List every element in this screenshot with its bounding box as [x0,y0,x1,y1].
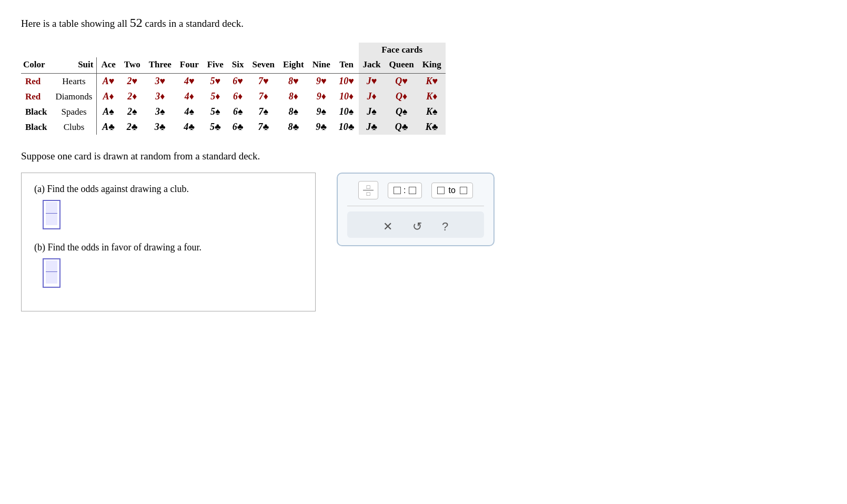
fraction-button[interactable]: □ □ [358,181,378,199]
card-cell-0-0: A♥ [97,74,120,89]
undo-icon: ↺ [412,220,422,233]
color-cell-3: Black [21,119,52,135]
card-cell-2-9: 10♠ [335,104,359,119]
card-cell-3-3: 4♣ [176,119,203,135]
card-cell-3-9: 10♣ [335,119,359,135]
card-cell-3-0: A♣ [97,119,120,135]
card-table: Face cards Color Suit Ace Two Three Four… [21,43,446,135]
card-cell-2-3: 4♠ [176,104,203,119]
to-square-right [460,187,467,194]
card-cell-1-0: A♦ [97,89,120,104]
two-header: Two [120,57,145,74]
ratio-square-right [409,187,416,194]
card-cell-1-9: 10♦ [335,89,359,104]
fraction-input-b[interactable] [43,258,60,288]
help-button[interactable]: ? [437,217,453,237]
toolbar-box: □ □ : to ✕ ↺ [337,173,495,246]
card-table-wrapper: Face cards Color Suit Ace Two Three Four… [21,43,826,135]
card-cell-0-10: J♥ [359,74,385,89]
card-cell-2-8: 9♠ [308,104,335,119]
card-cell-2-7: 8♠ [279,104,308,119]
card-cell-0-4: 5♥ [203,74,228,89]
clear-button[interactable]: ✕ [378,217,398,237]
fraction-icon-bottom: □ [363,190,374,197]
intro-text-part1: Here is a table showing all [21,18,130,29]
questions-box: (a) Find the odds against drawing a club… [21,173,316,311]
to-square-left [437,187,445,194]
intro-num: 52 [130,16,143,29]
king-header: King [418,57,446,74]
card-cell-2-6: 7♠ [248,104,279,119]
card-cell-3-12: K♣ [418,119,446,135]
ratio-colon-button[interactable]: : [388,183,421,198]
card-cell-2-12: K♠ [418,104,446,119]
suit-header: Suit [52,57,97,74]
card-cell-1-6: 7♦ [248,89,279,104]
to-label: to [449,186,456,195]
ratio-square-left [394,187,401,194]
card-cell-1-3: 4♦ [176,89,203,104]
card-cell-1-2: 3♦ [145,89,176,104]
three-header: Three [145,57,176,74]
question-a-label: (a) Find the odds against drawing a club… [34,184,302,195]
five-header: Five [203,57,228,74]
color-cell-2: Black [21,104,52,119]
nine-header: Nine [308,57,335,74]
toolbar-top-row: □ □ : to [347,181,484,206]
color-cell-1: Red [21,89,52,104]
card-cell-2-1: 2♠ [120,104,145,119]
card-cell-3-10: J♣ [359,119,385,135]
card-cell-3-6: 7♣ [248,119,279,135]
card-cell-3-2: 3♣ [145,119,176,135]
suit-cell-0: Hearts [52,74,97,89]
fraction-top-a[interactable] [46,202,57,214]
toolbar-bottom-row: ✕ ↺ ? [347,211,484,238]
main-layout: (a) Find the odds against drawing a club… [21,173,826,311]
undo-button[interactable]: ↺ [407,217,427,237]
card-row-spades: BlackSpadesA♠2♠3♠4♠5♠6♠7♠8♠9♠10♠J♠Q♠K♠ [21,104,446,119]
card-cell-2-4: 5♠ [203,104,228,119]
card-cell-0-5: 6♥ [228,74,248,89]
card-cell-2-5: 6♠ [228,104,248,119]
to-button[interactable]: to [431,183,473,198]
ten-header: Ten [335,57,359,74]
suit-cell-1: Diamonds [52,89,97,104]
card-cell-0-7: 8♥ [279,74,308,89]
question-a: (a) Find the odds against drawing a club… [34,184,302,229]
card-cell-0-9: 10♥ [335,74,359,89]
color-header: Color [21,57,52,74]
fraction-bottom-b[interactable] [46,272,57,284]
colon-symbol: : [404,186,406,195]
seven-header: Seven [248,57,279,74]
suppose-text: Suppose one card is drawn at random from… [21,150,826,162]
jack-header: Jack [359,57,385,74]
fraction-top-b[interactable] [46,260,57,272]
color-cell-0: Red [21,74,52,89]
card-cell-3-1: 2♣ [120,119,145,135]
card-cell-3-5: 6♣ [228,119,248,135]
intro-text: Here is a table showing all 52 cards in … [21,16,826,30]
fraction-icon-top: □ [363,184,374,190]
card-cell-1-4: 5♦ [203,89,228,104]
suit-cell-3: Clubs [52,119,97,135]
question-a-input-area [38,200,302,229]
eight-header: Eight [279,57,308,74]
queen-header: Queen [385,57,418,74]
card-row-hearts: RedHeartsA♥2♥3♥4♥5♥6♥7♥8♥9♥10♥J♥Q♥K♥ [21,74,446,89]
four-header: Four [176,57,203,74]
suit-cell-2: Spades [52,104,97,119]
card-cell-3-7: 8♣ [279,119,308,135]
card-cell-1-10: J♦ [359,89,385,104]
card-cell-3-8: 9♣ [308,119,335,135]
card-cell-1-7: 8♦ [279,89,308,104]
card-row-clubs: BlackClubsA♣2♣3♣4♣5♣6♣7♣8♣9♣10♣J♣Q♣K♣ [21,119,446,135]
empty-header-spacer [21,43,359,57]
card-cell-0-3: 4♥ [176,74,203,89]
fraction-input-a[interactable] [43,200,60,229]
face-cards-header-row: Face cards [21,43,446,57]
card-cell-1-1: 2♦ [120,89,145,104]
fraction-bottom-a[interactable] [46,214,57,225]
card-cell-1-11: Q♦ [385,89,418,104]
card-cell-3-4: 5♣ [203,119,228,135]
help-icon: ? [442,220,448,233]
